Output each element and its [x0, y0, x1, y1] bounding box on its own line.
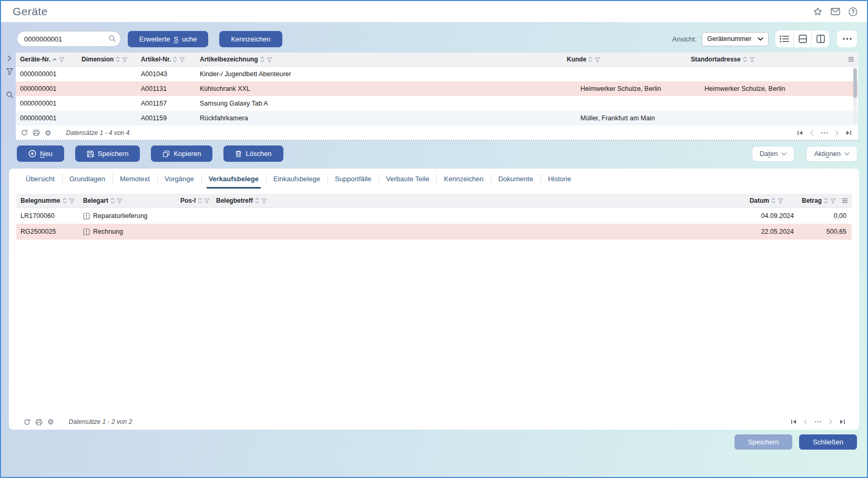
devices-area: Geräte-Nr.DimensionArtikel-Nr.Artikelbez… — [1, 53, 867, 141]
cell-datum: 22.05.2024 — [747, 228, 799, 235]
tab-memotext[interactable]: Memotext — [113, 169, 157, 189]
kopieren-button[interactable]: Kopieren — [151, 146, 212, 162]
funnel-icon — [830, 198, 836, 204]
print-icon[interactable] — [33, 129, 40, 136]
titlebar: Geräte ? — [1, 1, 867, 22]
column-header-artikelbezeichnung[interactable]: Artikelbezeichnung — [196, 56, 563, 63]
cell-text: Heimwerker Schulze, Berlin — [704, 85, 785, 92]
tab-einkaufsbelege[interactable]: Einkaufsbelege — [266, 169, 328, 189]
speichern-button[interactable]: Speichern — [734, 434, 793, 450]
column-header-gerate-nr[interactable]: Geräte-Nr. — [16, 56, 77, 63]
tab-kennzeichen[interactable]: Kennzeichen — [436, 169, 491, 189]
last-page-icon[interactable] — [846, 130, 852, 136]
cell-artikel-nr: A001157 — [137, 100, 196, 107]
last-page-icon[interactable] — [840, 419, 845, 424]
refresh-icon[interactable] — [21, 129, 28, 136]
documents-row[interactable]: LR1700060Reparaturlieferung04.09.20240,0… — [16, 208, 852, 224]
cell-betrag: 0,00 — [799, 212, 852, 220]
kennzeichen-button[interactable]: Kennzeichen — [219, 31, 282, 47]
column-header-artikel-nr[interactable]: Artikel-Nr. — [137, 56, 196, 63]
more-options-button[interactable] — [837, 30, 857, 47]
devices-row-selected[interactable]: 0000000001A001131Kühlschrank XXLHeimwerk… — [16, 81, 858, 96]
tab-verbaute-teile[interactable]: Verbaute Teile — [379, 169, 436, 189]
print-icon[interactable] — [35, 419, 43, 425]
quick-search-icon[interactable] — [6, 91, 13, 98]
gear-icon[interactable]: ⚙ — [47, 418, 54, 425]
toolbar: Erweiterte SucheKennzeichen Ansicht: Ger… — [1, 22, 867, 53]
column-header-belegbetreff[interactable]: Belegbetreff — [212, 197, 733, 204]
view-select[interactable]: Gerätenummer — [702, 32, 769, 46]
column-header-belegnummer[interactable]: Belegnummer — [16, 197, 79, 204]
documents-rows: LR1700060Reparaturlieferung04.09.20240,0… — [16, 208, 852, 240]
devices-row[interactable]: 0000000001A001159RückfahrkameraMüller, F… — [16, 111, 858, 126]
daten-menu-button[interactable]: Daten — [752, 147, 794, 161]
column-header-datum[interactable]: Datum — [733, 197, 785, 204]
tab-ubersicht[interactable]: Übersicht — [18, 169, 62, 189]
vertical-scrollbar[interactable] — [853, 67, 857, 125]
funnel-icon — [69, 198, 75, 204]
loschen-button[interactable]: Löschen — [223, 146, 283, 162]
help-icon[interactable]: ? — [849, 7, 857, 16]
first-page-icon[interactable] — [791, 419, 796, 424]
erweiterte-suche-button[interactable]: Erweiterte Suche — [128, 31, 208, 47]
sort-both-icon — [824, 198, 828, 204]
tab-dokumente[interactable]: Dokumente — [491, 169, 540, 189]
column-header-dimension[interactable]: Dimension — [77, 56, 137, 63]
column-menu-icon[interactable] — [844, 57, 858, 62]
split-vertical-view-button[interactable] — [811, 30, 829, 47]
next-page-icon[interactable] — [829, 419, 833, 424]
search-icon[interactable] — [109, 35, 116, 42]
more-pages-icon[interactable] — [821, 132, 828, 134]
scrollbar-thumb[interactable] — [853, 68, 857, 98]
funnel-icon — [179, 57, 185, 63]
svg-text:?: ? — [851, 8, 854, 15]
button-label: Löschen — [246, 150, 271, 158]
messages-envelope-icon[interactable] — [831, 8, 840, 15]
column-header-pos-nr[interactable]: Pos-Nr. — [176, 197, 212, 204]
column-menu-icon[interactable] — [838, 198, 852, 203]
cell-gerate-nr: 0000000001 — [16, 100, 77, 107]
column-header-kunde[interactable]: Kunde — [563, 56, 687, 63]
cell-kunde: Müller, Frankfurt am Main — [576, 115, 700, 122]
footer-icons: ⚙ — [21, 129, 52, 137]
record-action-row: NeuSpeichernKopierenLöschen DatenAktione… — [17, 146, 857, 162]
documents-table: BelegnummerBelegartPos-Nr.BelegbetreffDa… — [16, 194, 852, 240]
tab-supportfalle[interactable]: Supportfälle — [328, 169, 379, 189]
neu-button[interactable]: Neu — [17, 146, 64, 162]
split-horizontal-view-button[interactable] — [793, 30, 811, 47]
search-box — [17, 31, 121, 47]
tab-grundlagen[interactable]: Grundlagen — [62, 169, 113, 189]
prev-page-icon[interactable] — [803, 419, 808, 424]
speichern-button[interactable]: Speichern — [75, 146, 140, 162]
first-page-icon[interactable] — [797, 130, 803, 136]
chevron-down-icon — [781, 152, 787, 155]
tab-verkaufsbelege[interactable]: Verkaufsbelege — [201, 169, 266, 189]
list-view-button[interactable] — [775, 30, 793, 47]
expand-panel-icon[interactable] — [7, 55, 12, 61]
favorite-star-icon[interactable] — [813, 7, 822, 16]
content-area: Erweiterte SucheKennzeichen Ansicht: Ger… — [1, 22, 867, 477]
tab-vorgange[interactable]: Vorgänge — [157, 169, 201, 189]
prev-page-icon[interactable] — [810, 130, 814, 136]
aktionen-menu-button[interactable]: Aktionen — [806, 147, 857, 161]
gear-icon[interactable]: ⚙ — [45, 129, 52, 137]
column-header-standortadresse[interactable]: Standortadresse — [687, 56, 844, 63]
documents-row-selected[interactable]: RG2500025Rechnung22.05.2024500,65 — [16, 224, 852, 240]
list-view-icon — [780, 35, 789, 43]
column-header-belegart[interactable]: Belegart — [79, 197, 176, 204]
more-pages-icon[interactable] — [814, 421, 822, 423]
cell-text: Samsung Galaxy Tab A — [200, 100, 268, 107]
tab-historie[interactable]: Historie — [540, 169, 578, 189]
column-header-betrag[interactable]: Betrag — [785, 197, 838, 204]
devices-row[interactable]: 0000000001A001043Kinder-/ Jugendbett Abe… — [16, 67, 858, 81]
documents-empty-space — [9, 240, 859, 414]
refresh-icon[interactable] — [24, 419, 30, 425]
record-action-buttons: NeuSpeichernKopierenLöschen — [17, 146, 283, 162]
search-input[interactable] — [17, 31, 121, 47]
next-page-icon[interactable] — [835, 130, 839, 136]
quick-filter-icon[interactable] — [6, 68, 14, 75]
devices-row[interactable]: 0000000001A001157Samsung Galaxy Tab A — [16, 96, 858, 111]
schliessen-button[interactable]: Schließen — [799, 434, 857, 450]
titlebar-icons: ? — [813, 7, 857, 16]
geraete-window: Geräte ? Erweiterte SucheKennzeichen Ans… — [0, 0, 868, 478]
